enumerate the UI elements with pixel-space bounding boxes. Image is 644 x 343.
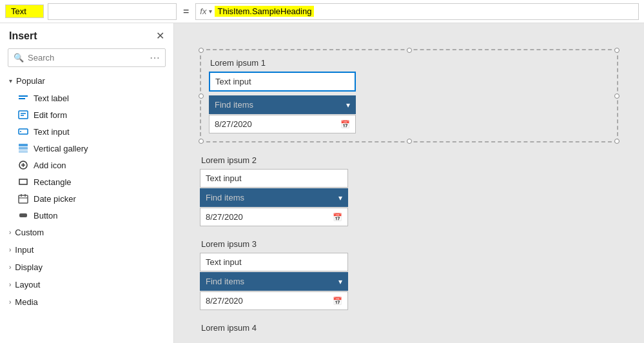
svg-rect-1 xyxy=(19,98,25,99)
sidebar-item-vertical-gallery[interactable]: Vertical gallery xyxy=(0,140,173,157)
resize-handle-tr[interactable] xyxy=(614,48,620,53)
card-3-date[interactable]: 8/27/2020 📅 xyxy=(200,291,348,310)
date-value: 8/27/2020 xyxy=(206,296,243,306)
chevron-right-icon: › xyxy=(9,299,11,306)
resize-handle-tl[interactable] xyxy=(199,48,204,53)
svg-rect-7 xyxy=(19,144,28,146)
section-layout-label: Layout xyxy=(15,280,40,289)
svg-rect-18 xyxy=(19,213,27,217)
sidebar-item-label: Rectangle xyxy=(34,177,72,187)
card-2-label: Lorem ipsum 2 xyxy=(200,155,618,165)
card-1-date[interactable]: 8/27/2020 📅 xyxy=(209,115,356,133)
card-3[interactable]: Lorem ipsum 3 Text input Find items ▾ 8/… xyxy=(200,239,618,310)
dropdown-value: Find items xyxy=(215,100,253,110)
section-display-label: Display xyxy=(15,262,43,272)
chevron-down-icon: ▾ xyxy=(9,77,12,84)
cell-reference[interactable]: Text xyxy=(5,5,44,18)
card-3-dropdown[interactable]: Find items ▾ xyxy=(200,272,348,291)
card-2-dropdown[interactable]: Find items ▾ xyxy=(200,188,348,207)
chevron-right-icon: › xyxy=(9,281,11,288)
dropdown-chevron-icon: ▾ xyxy=(338,277,342,286)
section-input-label: Input xyxy=(15,245,34,255)
resize-handle-ml[interactable] xyxy=(199,93,204,99)
sidebar-item-text-label[interactable]: Text label xyxy=(0,90,173,106)
card-2[interactable]: Lorem ipsum 2 Text input Find items ▾ 8/… xyxy=(200,155,618,226)
chevron-right-icon: › xyxy=(9,264,11,271)
sidebar-item-label: Vertical gallery xyxy=(34,144,88,153)
sidebar-item-edit-form[interactable]: Edit form xyxy=(0,106,173,123)
more-options-icon[interactable]: ⋯ xyxy=(150,52,160,64)
dropdown-chevron-icon: ▾ xyxy=(346,101,350,110)
search-icon: 🔍 xyxy=(14,53,24,63)
calendar-icon: 📅 xyxy=(340,120,350,129)
card-3-fields: Text input Find items ▾ 8/27/2020 📅 xyxy=(200,253,618,310)
text-input-icon xyxy=(18,126,28,137)
card-1-fields: Text input Find items ▾ 8/27/2020 📅 xyxy=(209,72,609,133)
section-popular-label: Popular xyxy=(16,76,45,86)
sidebar-item-add-icon[interactable]: Add icon xyxy=(0,157,173,173)
canvas-content: Lorem ipsum 1 Text input Find items ▾ 8/… xyxy=(187,36,631,343)
sidebar-item-label: Button xyxy=(34,211,58,220)
sidebar-header: Insert ✕ xyxy=(0,23,173,46)
card-3-text-input[interactable]: Text input xyxy=(200,253,348,271)
resize-handle-mr[interactable] xyxy=(614,93,620,99)
card-2-text-input[interactable]: Text input xyxy=(200,169,348,188)
resize-handle-br[interactable] xyxy=(614,139,620,144)
section-popular[interactable]: ▾ Popular xyxy=(0,72,173,90)
section-input[interactable]: › Input xyxy=(0,241,173,259)
formula-bar[interactable]: fx ▾ ThisItem.SampleHeading xyxy=(195,3,639,20)
card-4[interactable]: Lorem ipsum 4 xyxy=(200,323,618,337)
resize-handle-bl[interactable] xyxy=(199,139,204,144)
add-icon xyxy=(18,160,28,170)
dropdown-chevron-icon: ▾ xyxy=(338,193,342,202)
search-input[interactable] xyxy=(28,53,146,63)
sidebar-item-date-picker[interactable]: Date picker xyxy=(0,190,173,207)
equals-sign: = xyxy=(181,6,191,17)
dropdown-value: Find items xyxy=(206,277,244,286)
sidebar-item-button[interactable]: Button xyxy=(0,207,173,224)
search-box[interactable]: 🔍 ⋯ xyxy=(8,48,166,67)
svg-rect-8 xyxy=(19,147,28,150)
section-custom[interactable]: › Custom xyxy=(0,224,173,241)
name-box[interactable] xyxy=(48,3,177,20)
calendar-icon: 📅 xyxy=(333,213,342,222)
sidebar-item-label: Text label xyxy=(34,93,69,103)
fx-chevron-icon: ▾ xyxy=(209,8,212,15)
sidebar-items-list: ▾ Popular Text label Edit form Text xyxy=(0,72,173,343)
svg-rect-13 xyxy=(19,179,27,184)
card-1-label: Lorem ipsum 1 xyxy=(209,58,609,68)
section-media-label: Media xyxy=(15,297,37,307)
text-label-icon xyxy=(18,93,28,103)
chevron-right-icon: › xyxy=(9,246,11,253)
formula-value: ThisItem.SampleHeading xyxy=(215,6,314,17)
date-value: 8/27/2020 xyxy=(206,212,243,222)
svg-rect-14 xyxy=(19,195,28,203)
svg-rect-9 xyxy=(19,150,28,153)
section-custom-label: Custom xyxy=(15,228,44,237)
card-1-selected[interactable]: Lorem ipsum 1 Text input Find items ▾ 8/… xyxy=(200,49,618,142)
gallery-icon xyxy=(18,143,28,153)
resize-handle-tm[interactable] xyxy=(407,48,412,53)
sidebar-title: Insert xyxy=(9,30,37,42)
svg-rect-2 xyxy=(19,111,28,119)
resize-handle-bm[interactable] xyxy=(407,139,412,144)
insert-panel: Insert ✕ 🔍 ⋯ ▾ Popular Text label xyxy=(0,23,174,343)
close-button[interactable]: ✕ xyxy=(156,30,164,42)
canvas-area[interactable]: Lorem ipsum 1 Text input Find items ▾ 8/… xyxy=(174,23,644,343)
card-1-dropdown[interactable]: Find items ▾ xyxy=(209,95,356,114)
dropdown-value: Find items xyxy=(206,193,244,202)
section-media[interactable]: › Media xyxy=(0,293,173,311)
card-1-text-input[interactable]: Text input xyxy=(209,72,356,92)
top-bar: Text = fx ▾ ThisItem.SampleHeading xyxy=(0,0,644,23)
date-value: 8/27/2020 xyxy=(215,119,252,129)
section-layout[interactable]: › Layout xyxy=(0,276,173,293)
main-layout: Insert ✕ 🔍 ⋯ ▾ Popular Text label xyxy=(0,23,644,343)
sidebar-item-label: Text input xyxy=(34,127,70,137)
card-2-date[interactable]: 8/27/2020 📅 xyxy=(200,208,348,226)
date-icon xyxy=(18,193,28,204)
section-display[interactable]: › Display xyxy=(0,259,173,276)
edit-form-icon xyxy=(18,110,28,120)
rectangle-icon xyxy=(18,177,28,187)
sidebar-item-text-input[interactable]: Text input xyxy=(0,123,173,140)
sidebar-item-rectangle[interactable]: Rectangle xyxy=(0,173,173,190)
